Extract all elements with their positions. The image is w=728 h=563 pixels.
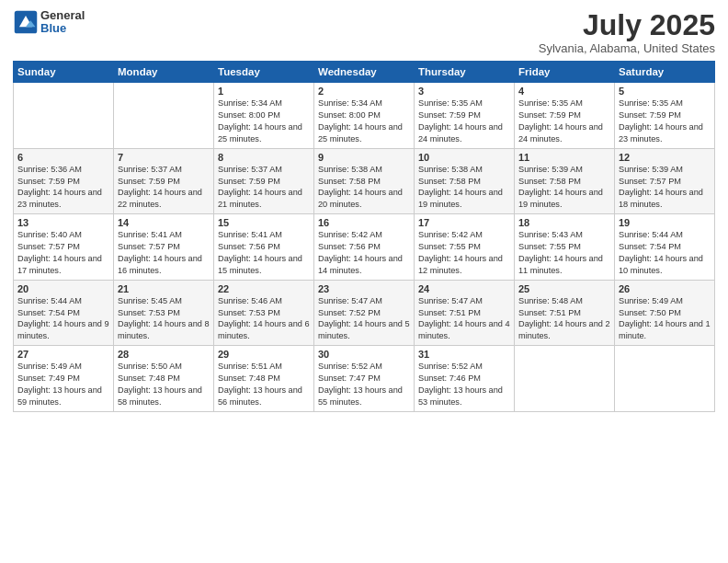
- calendar-week-row: 13Sunrise: 5:40 AM Sunset: 7:57 PM Dayli…: [14, 214, 715, 281]
- logo: General Blue: [13, 9, 85, 36]
- calendar-cell: [515, 346, 615, 412]
- weekday-header: Sunday: [14, 62, 114, 83]
- day-number: 1: [218, 86, 310, 97]
- weekday-header: Tuesday: [214, 62, 314, 83]
- calendar-cell: 17Sunrise: 5:42 AM Sunset: 7:55 PM Dayli…: [415, 214, 515, 281]
- calendar-cell: 15Sunrise: 5:41 AM Sunset: 7:56 PM Dayli…: [214, 214, 314, 281]
- weekday-header: Thursday: [415, 62, 515, 83]
- day-number: 28: [118, 349, 210, 360]
- day-info: Sunrise: 5:34 AM Sunset: 8:00 PM Dayligh…: [318, 98, 410, 145]
- title-block: July 2025 Sylvania, Alabama, United Stat…: [539, 9, 715, 55]
- calendar-cell: 13Sunrise: 5:40 AM Sunset: 7:57 PM Dayli…: [14, 214, 114, 281]
- day-info: Sunrise: 5:39 AM Sunset: 7:57 PM Dayligh…: [619, 164, 711, 212]
- calendar-week-row: 20Sunrise: 5:44 AM Sunset: 7:54 PM Dayli…: [14, 280, 715, 346]
- day-number: 2: [318, 86, 410, 97]
- subtitle: Sylvania, Alabama, United States: [539, 41, 715, 55]
- calendar-cell: 5Sunrise: 5:35 AM Sunset: 7:59 PM Daylig…: [615, 83, 715, 149]
- day-info: Sunrise: 5:49 AM Sunset: 7:49 PM Dayligh…: [17, 361, 109, 408]
- day-info: Sunrise: 5:47 AM Sunset: 7:52 PM Dayligh…: [318, 295, 410, 343]
- weekday-header: Saturday: [615, 62, 715, 83]
- logo-icon: [13, 9, 39, 35]
- day-info: Sunrise: 5:41 AM Sunset: 7:57 PM Dayligh…: [118, 229, 210, 277]
- day-info: Sunrise: 5:49 AM Sunset: 7:50 PM Dayligh…: [619, 295, 711, 343]
- day-number: 30: [318, 349, 410, 360]
- logo-general: General: [40, 9, 85, 22]
- day-number: 8: [218, 152, 310, 163]
- calendar-cell: 31Sunrise: 5:52 AM Sunset: 7:46 PM Dayli…: [415, 346, 515, 412]
- day-info: Sunrise: 5:36 AM Sunset: 7:59 PM Dayligh…: [17, 164, 109, 212]
- day-info: Sunrise: 5:35 AM Sunset: 7:59 PM Dayligh…: [518, 98, 610, 145]
- day-info: Sunrise: 5:50 AM Sunset: 7:48 PM Dayligh…: [118, 361, 210, 408]
- day-number: 26: [619, 283, 711, 294]
- logo-text: General Blue: [40, 9, 85, 36]
- day-info: Sunrise: 5:39 AM Sunset: 7:58 PM Dayligh…: [518, 164, 610, 212]
- calendar-cell: 29Sunrise: 5:51 AM Sunset: 7:48 PM Dayli…: [214, 346, 314, 412]
- weekday-header: Monday: [114, 62, 214, 83]
- calendar-cell: 7Sunrise: 5:37 AM Sunset: 7:59 PM Daylig…: [114, 148, 214, 214]
- calendar-cell: 9Sunrise: 5:38 AM Sunset: 7:58 PM Daylig…: [314, 148, 415, 214]
- day-number: 17: [418, 217, 510, 228]
- weekday-header-row: SundayMondayTuesdayWednesdayThursdayFrid…: [14, 62, 715, 83]
- calendar-cell: 6Sunrise: 5:36 AM Sunset: 7:59 PM Daylig…: [14, 148, 114, 214]
- calendar-cell: 21Sunrise: 5:45 AM Sunset: 7:53 PM Dayli…: [114, 280, 214, 346]
- day-number: 31: [418, 349, 510, 360]
- calendar-cell: 4Sunrise: 5:35 AM Sunset: 7:59 PM Daylig…: [515, 83, 615, 149]
- calendar-cell: 11Sunrise: 5:39 AM Sunset: 7:58 PM Dayli…: [515, 148, 615, 214]
- day-number: 24: [418, 283, 510, 294]
- day-info: Sunrise: 5:37 AM Sunset: 7:59 PM Dayligh…: [118, 164, 210, 212]
- calendar-cell: 23Sunrise: 5:47 AM Sunset: 7:52 PM Dayli…: [314, 280, 415, 346]
- day-info: Sunrise: 5:46 AM Sunset: 7:53 PM Dayligh…: [218, 295, 310, 343]
- calendar-week-row: 1Sunrise: 5:34 AM Sunset: 8:00 PM Daylig…: [14, 83, 715, 149]
- day-number: 25: [518, 283, 610, 294]
- logo-blue: Blue: [40, 22, 85, 35]
- day-number: 20: [17, 283, 109, 294]
- calendar-cell: 26Sunrise: 5:49 AM Sunset: 7:50 PM Dayli…: [615, 280, 715, 346]
- day-number: 9: [318, 152, 410, 163]
- day-info: Sunrise: 5:35 AM Sunset: 7:59 PM Dayligh…: [619, 98, 711, 145]
- day-number: 6: [17, 152, 109, 163]
- day-info: Sunrise: 5:52 AM Sunset: 7:46 PM Dayligh…: [418, 361, 510, 408]
- day-info: Sunrise: 5:34 AM Sunset: 8:00 PM Dayligh…: [218, 98, 310, 145]
- calendar-cell: 27Sunrise: 5:49 AM Sunset: 7:49 PM Dayli…: [14, 346, 114, 412]
- day-info: Sunrise: 5:37 AM Sunset: 7:59 PM Dayligh…: [218, 164, 310, 212]
- day-info: Sunrise: 5:41 AM Sunset: 7:56 PM Dayligh…: [218, 229, 310, 277]
- calendar-cell: 14Sunrise: 5:41 AM Sunset: 7:57 PM Dayli…: [114, 214, 214, 281]
- calendar-cell: 3Sunrise: 5:35 AM Sunset: 7:59 PM Daylig…: [415, 83, 515, 149]
- page: General Blue July 2025 Sylvania, Alabama…: [0, 0, 728, 563]
- calendar-cell: [14, 83, 114, 149]
- day-info: Sunrise: 5:44 AM Sunset: 7:54 PM Dayligh…: [619, 229, 711, 277]
- day-info: Sunrise: 5:48 AM Sunset: 7:51 PM Dayligh…: [518, 295, 610, 343]
- calendar-cell: [114, 83, 214, 149]
- day-info: Sunrise: 5:40 AM Sunset: 7:57 PM Dayligh…: [17, 229, 109, 277]
- day-number: 29: [218, 349, 310, 360]
- day-number: 10: [418, 152, 510, 163]
- day-number: 21: [118, 283, 210, 294]
- calendar-cell: 28Sunrise: 5:50 AM Sunset: 7:48 PM Dayli…: [114, 346, 214, 412]
- calendar-table: SundayMondayTuesdayWednesdayThursdayFrid…: [13, 61, 715, 412]
- day-info: Sunrise: 5:47 AM Sunset: 7:51 PM Dayligh…: [418, 295, 510, 343]
- day-number: 16: [318, 217, 410, 228]
- calendar-cell: 25Sunrise: 5:48 AM Sunset: 7:51 PM Dayli…: [515, 280, 615, 346]
- main-title: July 2025: [539, 9, 715, 41]
- calendar-cell: 18Sunrise: 5:43 AM Sunset: 7:55 PM Dayli…: [515, 214, 615, 281]
- calendar-cell: 8Sunrise: 5:37 AM Sunset: 7:59 PM Daylig…: [214, 148, 314, 214]
- day-info: Sunrise: 5:45 AM Sunset: 7:53 PM Dayligh…: [118, 295, 210, 343]
- header: General Blue July 2025 Sylvania, Alabama…: [13, 9, 715, 55]
- day-info: Sunrise: 5:38 AM Sunset: 7:58 PM Dayligh…: [418, 164, 510, 212]
- calendar-cell: 20Sunrise: 5:44 AM Sunset: 7:54 PM Dayli…: [14, 280, 114, 346]
- day-number: 18: [518, 217, 610, 228]
- day-number: 13: [17, 217, 109, 228]
- day-number: 5: [619, 86, 711, 97]
- day-number: 14: [118, 217, 210, 228]
- day-number: 12: [619, 152, 711, 163]
- weekday-header: Friday: [515, 62, 615, 83]
- day-info: Sunrise: 5:35 AM Sunset: 7:59 PM Dayligh…: [418, 98, 510, 145]
- calendar-cell: 2Sunrise: 5:34 AM Sunset: 8:00 PM Daylig…: [314, 83, 415, 149]
- day-number: 15: [218, 217, 310, 228]
- weekday-header: Wednesday: [314, 62, 415, 83]
- day-info: Sunrise: 5:51 AM Sunset: 7:48 PM Dayligh…: [218, 361, 310, 408]
- calendar-cell: 19Sunrise: 5:44 AM Sunset: 7:54 PM Dayli…: [615, 214, 715, 281]
- calendar-week-row: 27Sunrise: 5:49 AM Sunset: 7:49 PM Dayli…: [14, 346, 715, 412]
- day-info: Sunrise: 5:42 AM Sunset: 7:55 PM Dayligh…: [418, 229, 510, 277]
- calendar-cell: 1Sunrise: 5:34 AM Sunset: 8:00 PM Daylig…: [214, 83, 314, 149]
